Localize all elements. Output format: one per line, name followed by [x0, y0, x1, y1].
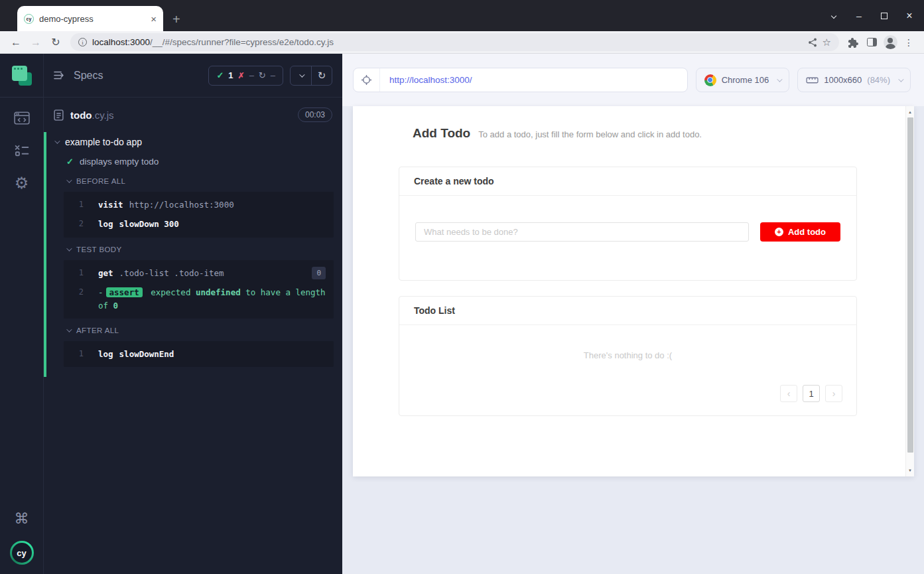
scrollbar-thumb[interactable]	[907, 117, 913, 453]
command-log-before: 1 visithttp://localhost:3000 2 logslowDo…	[64, 192, 334, 238]
reporter-panel: Specs ✓ 1 ✗ – ↻ – ↻ todo.cy.js 00:03	[43, 54, 342, 574]
selector-playground-crosshair-icon[interactable]	[354, 68, 380, 92]
page-subtitle: To add a todo, just fill the form below …	[478, 129, 702, 139]
window-maximize-button[interactable]	[879, 11, 890, 21]
aut-url-bar: http://localhost:3000/	[353, 68, 688, 92]
tab-title: demo-cypress	[39, 14, 145, 24]
add-todo-button-label: Add todo	[788, 227, 826, 237]
reporter-title: Specs	[74, 70, 103, 82]
spec-name-base: todo	[70, 109, 92, 121]
pending-count: –	[271, 70, 275, 80]
assert-message: expected	[151, 287, 190, 297]
sidebar-item-runs[interactable]	[15, 145, 29, 157]
failed-count: –	[249, 70, 254, 80]
suite-row[interactable]: example to-do app	[46, 132, 342, 152]
section-before-all[interactable]: BEFORE ALL	[46, 171, 342, 190]
spec-name-ext: .cy.js	[92, 109, 113, 121]
project-switcher-icon[interactable]	[12, 66, 32, 86]
new-tab-button[interactable]: +	[172, 13, 180, 26]
address-bar[interactable]: i localhost:3000/__/#/specs/runner?file=…	[70, 33, 839, 51]
window-controls: – ×	[828, 0, 915, 31]
page-next-button[interactable]: ›	[825, 385, 842, 402]
cypress-logo[interactable]: cy	[10, 541, 34, 565]
test-row[interactable]: ✓ displays empty todo	[46, 152, 342, 171]
tab-close-icon[interactable]: ×	[151, 14, 157, 24]
aut-page-heading: Add Todo To add a todo, just fill the fo…	[413, 126, 702, 141]
spec-file-row[interactable]: todo.cy.js 00:03	[44, 98, 342, 126]
assert-badge: assert	[106, 287, 143, 297]
browser-menu-kebab-icon[interactable]: ⋮	[900, 34, 917, 51]
chevron-down-icon	[66, 177, 72, 182]
new-todo-input[interactable]	[415, 222, 749, 242]
command-method: log	[98, 219, 113, 229]
page-prev-button[interactable]: ‹	[780, 385, 797, 402]
url-path: /__/#/specs/runner?file=cypress/e2e/todo…	[150, 37, 334, 47]
scrollbar-up-arrow[interactable]: ▲	[906, 108, 914, 117]
share-icon[interactable]	[808, 38, 817, 47]
spec-file-name: todo.cy.js	[70, 109, 291, 121]
command-row-get[interactable]: 1 get.todo-list .todo-item 0	[64, 263, 334, 283]
window-close-button[interactable]: ×	[904, 11, 915, 21]
address-url[interactable]: localhost:3000/__/#/specs/runner?file=cy…	[92, 37, 803, 47]
aut-url-text[interactable]: http://localhost:3000/	[380, 75, 482, 85]
passed-count: 1	[228, 70, 233, 80]
section-after-all[interactable]: AFTER ALL	[46, 321, 342, 339]
sidebar-item-specs[interactable]	[14, 111, 30, 125]
command-message: http://localhost:3000	[129, 200, 234, 210]
todo-list-card: Todo List There's nothing to do :( ‹ 1 ›	[399, 296, 857, 416]
side-panel-icon[interactable]	[863, 34, 880, 51]
collapse-all-chevron-icon[interactable]	[291, 66, 311, 85]
extensions-puzzle-icon[interactable]	[844, 34, 862, 51]
reload-button[interactable]: ↻	[46, 33, 65, 52]
test-passed-check-icon: ✓	[66, 157, 74, 167]
cypress-sidebar: ⚙ ⌘ cy	[0, 54, 43, 574]
assert-dash: -	[98, 287, 103, 297]
scrollbar-down-arrow[interactable]: ▼	[906, 466, 914, 475]
bookmark-star-icon[interactable]: ☆	[823, 36, 831, 48]
window-minimize-button[interactable]: –	[854, 11, 864, 21]
viewport-size-label: 1000x660	[824, 75, 862, 85]
tab-search-chevron-icon[interactable]	[828, 11, 839, 21]
specs-list-icon[interactable]	[54, 70, 67, 80]
command-row-assert[interactable]: 2 -assert expected undefined to have a l…	[64, 283, 334, 315]
rerun-tests-icon[interactable]: ↻	[311, 66, 332, 85]
sidebar-divider	[0, 97, 43, 98]
chevron-down-icon	[66, 326, 72, 332]
browser-select[interactable]: Chrome 106	[696, 68, 790, 92]
site-info-icon[interactable]: i	[78, 38, 87, 46]
assert-value: undefined	[196, 287, 241, 297]
browser-toolbar: ← → ↻ i localhost:3000/__/#/specs/runner…	[0, 31, 924, 54]
command-row-log[interactable]: 2 logslowDown 300	[64, 214, 334, 234]
assert-value: 0	[113, 301, 119, 311]
forward-button[interactable]: →	[27, 33, 45, 52]
runner-panel: http://localhost:3000/ Chrome 106 1000x6…	[342, 54, 924, 574]
viewport-select[interactable]: 1000x660 (84%)	[797, 68, 911, 92]
back-button[interactable]: ←	[7, 33, 25, 52]
profile-avatar[interactable]	[882, 34, 899, 51]
command-row-visit[interactable]: 1 visithttp://localhost:3000	[64, 195, 334, 214]
cypress-app: ⚙ ⌘ cy Specs ✓ 1 ✗ – ↻ – ↻	[0, 54, 924, 574]
aut-scrollbar[interactable]: ▲ ▼	[905, 106, 914, 476]
command-row-log-end[interactable]: 1 logslowDownEnd	[64, 344, 334, 364]
browser-tab[interactable]: cy demo-cypress ×	[17, 6, 163, 31]
add-todo-button[interactable]: + Add todo	[760, 222, 840, 242]
sidebar-item-settings-gear-icon[interactable]: ⚙	[15, 175, 29, 191]
chrome-icon	[704, 74, 716, 86]
passed-test-block: example to-do app ✓ displays empty todo …	[44, 132, 342, 377]
command-number: 1	[64, 267, 84, 279]
command-number: 2	[64, 286, 84, 312]
command-method: visit	[98, 200, 123, 210]
command-log-body: 1 get.todo-list .todo-item 0 2 -assert e…	[64, 260, 334, 319]
spec-file-icon	[54, 109, 64, 121]
test-stats[interactable]: ✓ 1 ✗ – ↻ –	[208, 66, 283, 86]
command-method: log	[98, 349, 113, 359]
section-test-body[interactable]: TEST BODY	[46, 240, 342, 258]
plus-circle-icon: +	[775, 228, 783, 236]
reporter-controls: ↻	[290, 66, 332, 86]
keyboard-shortcuts-icon[interactable]: ⌘	[15, 512, 29, 526]
passed-check-icon: ✓	[216, 70, 224, 80]
browser-select-label: Chrome 106	[722, 75, 769, 85]
section-label: AFTER ALL	[76, 326, 119, 334]
command-message: .todo-list .todo-item	[119, 268, 224, 278]
page-number-button[interactable]: 1	[803, 385, 820, 402]
